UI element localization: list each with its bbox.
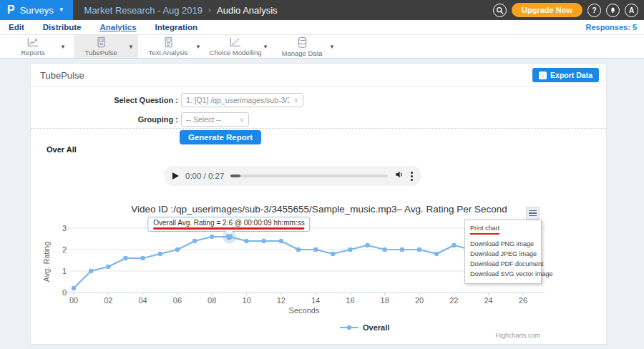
tool-label: TubePulse [85, 49, 117, 56]
data-point[interactable] [434, 252, 439, 256]
chevron-down-icon[interactable]: ▼ [263, 44, 273, 50]
series-line [74, 237, 471, 288]
tool-reports[interactable]: Reports▼ [6, 35, 70, 58]
chart-menu-button[interactable] [526, 207, 540, 220]
x-tick-label: 04 [138, 296, 147, 305]
data-point[interactable] [296, 247, 301, 252]
database-icon [296, 36, 308, 49]
chevron-down-icon[interactable]: ▼ [195, 44, 205, 50]
x-tick-label: 02 [104, 296, 112, 305]
audio-time: 0:00 / 0:27 [185, 172, 224, 180]
x-tick-label: 18 [381, 296, 389, 305]
nav-item-integration[interactable]: Integration [155, 23, 197, 31]
project-nav-items: EditDistributeAnalyticsIntegration [9, 23, 197, 31]
audio-progress-played [230, 174, 240, 177]
data-point[interactable] [89, 269, 93, 273]
menu-item-download-png-image[interactable]: Download PNG image [465, 239, 541, 249]
report-icon [96, 36, 107, 48]
grouping-label: Grouping : [31, 115, 178, 124]
x-tick-label: 26 [519, 296, 527, 305]
y-tick-label: 1 [62, 267, 67, 275]
data-point[interactable] [279, 239, 283, 243]
chevron-down-icon: ∨ [239, 116, 244, 123]
legend-marker-icon [347, 325, 351, 330]
responses-count[interactable]: Responses: 5 [585, 23, 637, 31]
x-tick-label: 08 [208, 296, 216, 305]
export-data-label: Export Data [550, 71, 592, 79]
notifications-bell-icon[interactable] [606, 4, 620, 17]
chevron-down-icon[interactable]: ▼ [128, 44, 138, 50]
overall-section-label: Over All [47, 145, 77, 154]
data-point[interactable] [192, 239, 197, 243]
top-header: P Surveys ▼ Market Research - Aug 2019 ›… [0, 0, 644, 20]
data-point[interactable] [210, 235, 214, 239]
data-point[interactable] [72, 286, 76, 290]
highcharts-credit[interactable]: Highcharts.com [495, 332, 540, 339]
document-icon [163, 36, 174, 48]
menu-item-download-svg-vector-image[interactable]: Download SVG vector image [465, 269, 541, 279]
data-point[interactable] [400, 247, 404, 252]
nav-item-analytics[interactable]: Analytics [99, 23, 136, 31]
x-tick-label: 00 [69, 296, 78, 305]
surveys-menu[interactable]: P Surveys ▼ [0, 0, 73, 20]
x-tick-label: 16 [346, 296, 354, 305]
select-question-dropdown[interactable]: 1. [Q1] /qp_userimages/sub-3/3455655/S..… [181, 93, 303, 107]
data-point[interactable] [261, 239, 265, 243]
tubepulse-panel: TubePulse ↓ Export Data Select Question … [30, 63, 607, 345]
audio-progress-bar[interactable] [230, 174, 388, 177]
data-point[interactable] [383, 247, 387, 252]
y-tick-label: 2 [62, 245, 67, 254]
data-point[interactable] [313, 247, 318, 252]
generate-report-button[interactable]: Generate Report [180, 130, 261, 144]
tool-manage-data[interactable]: Manage Data▼ [275, 35, 339, 58]
data-point[interactable] [123, 256, 127, 260]
panel-header: TubePulse ↓ Export Data [31, 64, 606, 87]
menu-item-print-chart[interactable]: Print chart [465, 223, 541, 232]
chart-tooltip-text: Overall Avg. Rating = 2.6 @ 00:00:09 hh:… [153, 219, 304, 227]
chevron-down-icon[interactable]: ▼ [329, 44, 339, 50]
tool-label: Text Analysis [149, 49, 188, 56]
menu-item-download-pdf-document[interactable]: Download PDF document [465, 259, 541, 269]
chart-context-menu: Print chartDownload PNG imageDownload JP… [464, 220, 542, 284]
help-icon[interactable]: ? [587, 4, 601, 17]
data-point[interactable] [417, 247, 421, 252]
data-point[interactable] [348, 247, 352, 252]
page: P Surveys ▼ Market Research - Aug 2019 ›… [0, 0, 644, 349]
data-point[interactable] [158, 252, 162, 256]
tool-choice-modelling[interactable]: Choice Modelling▼ [208, 35, 273, 58]
avatar[interactable]: A [625, 4, 638, 17]
grouping-dropdown[interactable]: -- Select -- ∨ [181, 112, 249, 127]
legend-item-overall[interactable]: Overall [340, 323, 389, 332]
x-tick-label: 22 [449, 296, 458, 305]
play-icon[interactable] [172, 172, 179, 180]
data-point[interactable] [175, 247, 180, 252]
nav-item-edit[interactable]: Edit [9, 23, 24, 31]
breadcrumb-separator-icon: › [208, 5, 211, 15]
tool-label: Manage Data [282, 49, 323, 57]
scatter-chart-icon [229, 36, 242, 48]
data-point[interactable] [452, 243, 456, 247]
data-point[interactable] [106, 265, 110, 269]
breadcrumb-project[interactable]: Market Research - Aug 2019 [84, 5, 203, 16]
volume-icon[interactable] [394, 169, 404, 182]
export-data-button[interactable]: ↓ Export Data [532, 68, 599, 82]
x-tick-label: 06 [173, 296, 182, 305]
data-point[interactable] [365, 243, 369, 247]
nav-item-distribute[interactable]: Distribute [43, 23, 82, 31]
x-tick-label: 24 [484, 296, 492, 305]
chevron-down-icon[interactable]: ▼ [60, 44, 70, 50]
data-point[interactable] [244, 239, 248, 243]
search-icon[interactable] [493, 4, 507, 17]
select-question-value: 1. [Q1] /qp_userimages/sub-3/3455655/S..… [186, 96, 289, 104]
x-tick-label: 14 [311, 296, 320, 305]
audio-more-options-icon[interactable] [411, 172, 413, 181]
project-nav: EditDistributeAnalyticsIntegration Respo… [0, 20, 644, 35]
x-tick-label: 20 [415, 296, 424, 305]
menu-item-download-jpeg-image[interactable]: Download JPEG image [465, 249, 541, 259]
data-point[interactable] [331, 252, 335, 256]
tool-text-analysis[interactable]: Text Analysis▼ [141, 35, 205, 58]
breadcrumb-current-page: Audio Analysis [217, 5, 278, 16]
tool-tubepulse[interactable]: TubePulse▼ [74, 35, 138, 58]
upgrade-now-button[interactable]: Upgrade Now [512, 3, 582, 17]
data-point[interactable] [140, 256, 145, 260]
